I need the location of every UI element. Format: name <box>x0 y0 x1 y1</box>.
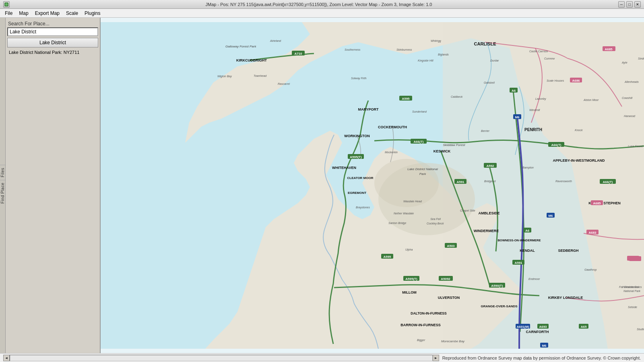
svg-text:BARROW-IN-FURNESS: BARROW-IN-FURNESS <box>400 323 440 327</box>
svg-text:A683: A683 <box>588 231 597 234</box>
sidebar: Files Find Place Search For Place... Lak… <box>0 18 101 353</box>
app-icon <box>3 1 10 8</box>
svg-text:Castle Carrock: Castle Carrock <box>529 50 548 53</box>
svg-text:Skinburness: Skinburness <box>396 48 412 51</box>
svg-text:Sinderhope: Sinderhope <box>638 57 644 60</box>
svg-text:WHITEHAVEN: WHITEHAVEN <box>332 166 356 170</box>
svg-text:A591: A591 <box>514 261 522 265</box>
svg-text:M6: M6 <box>548 214 553 218</box>
svg-text:A685: A685 <box>593 202 601 205</box>
svg-text:A66(T): A66(T) <box>414 140 424 144</box>
svg-text:AMBLESIDE: AMBLESIDE <box>478 211 500 215</box>
svg-text:CARNFORTH: CARNFORTH <box>526 330 549 334</box>
menu-file[interactable]: File <box>2 10 16 17</box>
svg-text:Wigton Bay: Wigton Bay <box>217 75 232 78</box>
svg-text:M6: M6 <box>515 115 520 119</box>
svg-text:A591: A591 <box>456 180 464 184</box>
svg-text:Gaitskell: Gaitskell <box>484 81 495 84</box>
minimize-button[interactable]: ─ <box>618 1 625 8</box>
svg-rect-7 <box>443 22 644 349</box>
svg-text:Solway Firth: Solway Firth <box>351 77 367 80</box>
svg-text:Studlold: Studlold <box>637 328 644 331</box>
main-content: Files Find Place Search For Place... Lak… <box>0 18 644 353</box>
svg-text:Gawthrop: Gawthrop <box>584 268 597 272</box>
svg-text:Ayle: Ayle <box>621 61 627 64</box>
search-input[interactable] <box>7 27 98 36</box>
svg-text:KENDAL: KENDAL <box>520 249 535 253</box>
svg-text:MILLOM: MILLOM <box>402 290 417 294</box>
svg-text:A595(T): A595(T) <box>405 277 417 281</box>
svg-text:Sea Fell: Sea Fell <box>430 218 441 220</box>
svg-text:A595: A595 <box>402 97 410 101</box>
copyright-text: Reproduced from Ordnance Survey map data… <box>442 356 641 360</box>
svg-text:Southerness: Southerness <box>345 48 361 51</box>
svg-text:Bigger: Bigger <box>417 339 425 342</box>
menu-map[interactable]: Map <box>16 10 31 17</box>
svg-text:Chapel Stile: Chapel Stile <box>460 209 475 212</box>
svg-text:COCKERMOUTH: COCKERMOUTH <box>378 125 407 129</box>
svg-text:Far Gearstones: Far Gearstones <box>619 286 639 288</box>
svg-text:Durdar: Durdar <box>490 59 499 62</box>
svg-text:Cockley Beck: Cockley Beck <box>427 222 444 225</box>
svg-text:A601(M): A601(M) <box>516 325 529 329</box>
find-place-tab[interactable]: Find Place <box>0 180 5 206</box>
svg-text:Airieland: Airieland <box>270 39 281 42</box>
menu-export-map[interactable]: Export Map <box>32 10 63 17</box>
svg-text:A66(T): A66(T) <box>603 180 613 184</box>
close-button[interactable]: ✕ <box>634 1 641 8</box>
svg-text:Park: Park <box>419 172 426 176</box>
svg-text:Ulpha: Ulpha <box>405 248 413 251</box>
svg-text:WORKINGTON: WORKINGTON <box>344 134 369 138</box>
svg-text:A592: A592 <box>486 164 494 168</box>
restore-button[interactable]: □ <box>626 1 633 8</box>
svg-text:CLEATOR MOOR: CLEATOR MOOR <box>347 176 373 180</box>
svg-text:Windmill: Windmill <box>529 109 540 111</box>
svg-text:A66(T): A66(T) <box>551 143 561 147</box>
menu-plugins[interactable]: Plugins <box>81 10 103 17</box>
panel-content: Search For Place... Lake District Lake D… <box>6 18 100 353</box>
svg-text:Sunderland: Sunderland <box>412 110 427 113</box>
search-button[interactable]: Lake District <box>7 38 98 47</box>
search-result: Lake District National Park: NY2711 <box>7 49 98 56</box>
menubar: File Map Export Map Scale Plugins <box>0 9 644 18</box>
menu-scale[interactable]: Scale <box>63 10 81 17</box>
titlebar: JMap - Pos: NY 275 115(java.awt.Point[x=… <box>0 0 644 9</box>
svg-text:CARLISLE: CARLISLE <box>474 41 496 46</box>
svg-text:A590(T): A590(T) <box>491 284 503 288</box>
svg-text:Santon Bridge: Santon Bridge <box>388 222 406 225</box>
svg-text:Kingside Hill: Kingside Hill <box>418 59 433 62</box>
svg-text:A686: A686 <box>572 79 580 82</box>
svg-text:A6: A6 <box>525 229 530 232</box>
scrollbar-track[interactable] <box>10 355 433 361</box>
scroll-right-button[interactable]: ► <box>433 355 439 361</box>
svg-text:Wasdale Head: Wasdale Head <box>403 200 422 203</box>
window-title: JMap - Pos: NY 275 115(java.awt.Point[x=… <box>19 2 618 7</box>
svg-text:Lazonby: Lazonby <box>535 97 546 101</box>
svg-text:Bampton: Bampton <box>522 166 534 169</box>
svg-text:A685: A685 <box>605 47 613 51</box>
svg-text:Allenheads: Allenheads <box>624 80 639 83</box>
svg-text:Townhead: Townhead <box>254 74 267 77</box>
svg-point-1 <box>5 3 8 6</box>
svg-text:A710: A710 <box>294 52 302 56</box>
svg-text:APPLEBY-IN-WESTMORLAND: APPLEBY-IN-WESTMORLAND <box>553 158 605 162</box>
svg-text:GRANGE-OVER-SANDS: GRANGE-OVER-SANDS <box>481 304 518 308</box>
svg-text:Skiddaw Forest: Skiddaw Forest <box>443 143 465 147</box>
map-container[interactable]: CARLISLE KIRKCUDBRIGHT Galloway Forest P… <box>101 18 644 353</box>
svg-text:Harwood: Harwood <box>624 115 636 117</box>
svg-text:Braystones: Braystones <box>356 206 370 209</box>
svg-text:Cowshill: Cowshill <box>622 97 633 99</box>
svg-text:Scale Houses: Scale Houses <box>547 79 564 82</box>
svg-text:PENRITH: PENRITH <box>524 128 542 132</box>
svg-text:KIRKBY LONSDALE: KIRKBY LONSDALE <box>548 296 583 300</box>
svg-rect-146 <box>629 256 641 261</box>
svg-text:M6: M6 <box>542 344 547 348</box>
svg-text:Alston Moor: Alston Moor <box>583 99 599 101</box>
files-tab[interactable]: Files <box>0 165 5 180</box>
statusbar: ◄ ► Reproduced from Ordnance Survey map … <box>0 353 644 362</box>
scroll-left-button[interactable]: ◄ <box>3 355 10 361</box>
svg-text:Whitrigg: Whitrigg <box>431 39 441 43</box>
svg-text:Berrier: Berrier <box>481 130 490 132</box>
sidebar-tabs: Files Find Place <box>0 18 6 353</box>
svg-text:Rascarrel: Rascarrel <box>278 82 290 85</box>
